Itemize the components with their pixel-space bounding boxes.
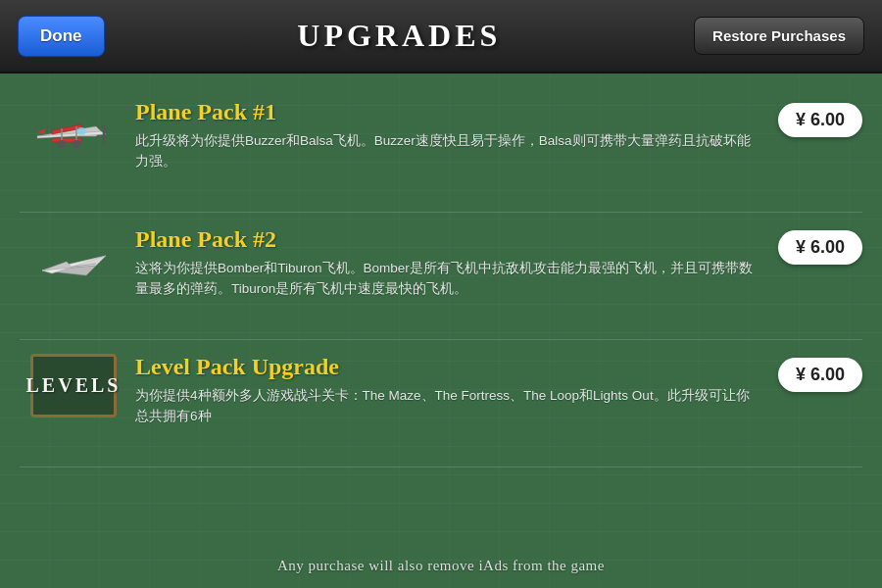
page-title: UPGRADES — [297, 18, 501, 54]
plane-pack-1-desc: 此升级将为你提供Buzzer和Balsa飞机。Buzzer速度快且易于操作，Ba… — [135, 131, 755, 172]
plane-pack-1-info: Plane Pack #1 此升级将为你提供Buzzer和Balsa飞机。Buz… — [127, 99, 755, 172]
level-pack-icon: LEVELS — [20, 354, 127, 417]
plane-pack-2-price-container[interactable]: ¥ 6.00 — [755, 226, 862, 265]
level-pack-title: Level Pack Upgrade — [135, 354, 755, 380]
plane-pack-1-price-container[interactable]: ¥ 6.00 — [755, 99, 862, 137]
footer-note: Any purchase will also remove iAds from … — [20, 548, 862, 580]
plane-pack-1-icon — [20, 99, 127, 168]
plane-pack-2-desc: 这将为你提供Bomber和Tiburon飞机。Bomber是所有飞机中抗敌机攻击… — [135, 259, 755, 300]
upgrade-item-level-pack[interactable]: LEVELS Level Pack Upgrade 为你提供4种额外多人游戏战斗… — [20, 340, 862, 467]
app-header: Done UPGRADES Restore Purchases — [0, 0, 882, 74]
plane-pack-1-price[interactable]: ¥ 6.00 — [778, 103, 862, 137]
svg-point-8 — [58, 140, 66, 148]
level-pack-desc: 为你提供4种额外多人游戏战斗关卡：The Maze、The Fortress、T… — [135, 386, 755, 427]
svg-marker-6 — [37, 128, 45, 134]
level-pack-info: Level Pack Upgrade 为你提供4种额外多人游戏战斗关卡：The … — [127, 354, 755, 427]
upgrades-list: Plane Pack #1 此升级将为你提供Buzzer和Balsa飞机。Buz… — [0, 74, 882, 588]
level-pack-price-container[interactable]: ¥ 6.00 — [755, 354, 862, 392]
plane-pack-2-title: Plane Pack #2 — [135, 226, 755, 253]
restore-purchases-button[interactable]: Restore Purchases — [694, 17, 864, 55]
plane-pack-1-title: Plane Pack #1 — [135, 99, 755, 125]
plane-pack-2-price[interactable]: ¥ 6.00 — [778, 230, 862, 265]
upgrade-item-plane-pack-1[interactable]: Plane Pack #1 此升级将为你提供Buzzer和Balsa飞机。Buz… — [20, 85, 862, 213]
levels-label: LEVELS — [30, 354, 117, 417]
plane-pack-2-info: Plane Pack #2 这将为你提供Bomber和Tiburon飞机。Bom… — [127, 226, 755, 300]
plane-pack-2-icon — [20, 226, 127, 295]
level-pack-price[interactable]: ¥ 6.00 — [778, 358, 862, 392]
svg-point-10 — [76, 127, 86, 135]
done-button[interactable]: Done — [18, 16, 105, 57]
svg-point-9 — [73, 140, 80, 148]
upgrade-item-plane-pack-2[interactable]: Plane Pack #2 这将为你提供Bomber和Tiburon飞机。Bom… — [20, 213, 862, 340]
